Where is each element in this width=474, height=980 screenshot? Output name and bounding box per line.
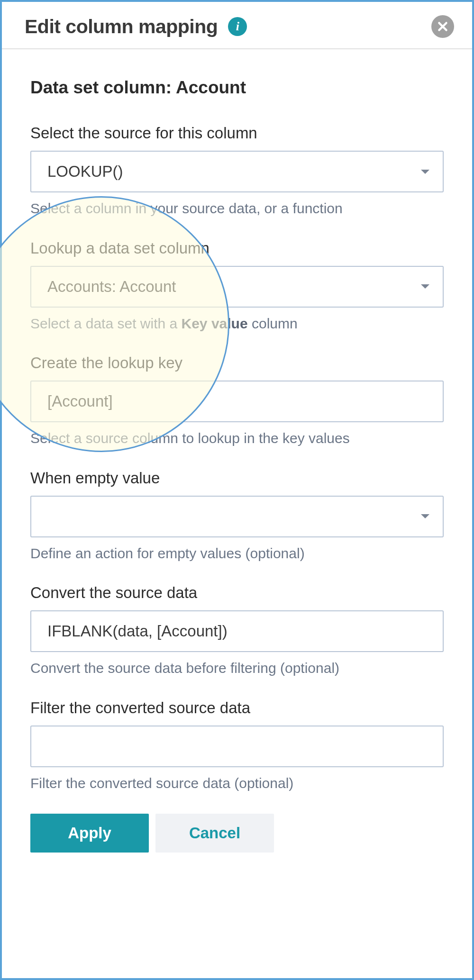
close-icon (437, 20, 449, 33)
lookup-column-helper: Select a data set with a Key value colum… (30, 314, 444, 334)
source-label: Select the source for this column (30, 124, 444, 142)
lookup-column-select-value: Accounts: Account (47, 278, 421, 296)
lookup-key-helper: Select a source column to lookup in the … (30, 429, 444, 448)
field-filter: Filter the converted source data Filter … (30, 699, 444, 793)
convert-helper: Convert the source data before filtering… (30, 659, 444, 678)
cancel-button[interactable]: Cancel (155, 814, 274, 853)
lookup-key-label: Create the lookup key (30, 354, 444, 372)
dialog-title: Edit column mapping (25, 16, 218, 38)
field-convert: Convert the source data IFBLANK(data, [A… (30, 584, 444, 678)
helper-emph: Key value (182, 316, 248, 331)
chevron-down-icon (421, 514, 429, 518)
empty-value-helper: Define an action for empty values (optio… (30, 544, 444, 563)
dialog-header: Edit column mapping i (2, 2, 472, 49)
section-heading: Data set column: Account (30, 78, 444, 98)
field-lookup-key: Create the lookup key [Account] Select a… (30, 354, 444, 448)
close-button[interactable] (431, 15, 454, 38)
helper-post: column (248, 316, 298, 331)
button-row: Apply Cancel (30, 814, 444, 853)
filter-label: Filter the converted source data (30, 699, 444, 717)
lookup-key-input[interactable]: [Account] (30, 381, 444, 422)
source-select[interactable]: LOOKUP() (30, 151, 444, 192)
lookup-key-value: [Account] (47, 392, 429, 410)
field-lookup-column: Lookup a data set column Accounts: Accou… (30, 239, 444, 334)
dialog-body: Data set column: Account Select the sour… (2, 49, 472, 853)
helper-pre: Select a data set with a (30, 316, 182, 331)
edit-column-mapping-dialog: Edit column mapping i Data set column: A… (0, 0, 474, 980)
field-source: Select the source for this column LOOKUP… (30, 124, 444, 218)
convert-value: IFBLANK(data, [Account]) (47, 622, 429, 640)
lookup-column-select[interactable]: Accounts: Account (30, 266, 444, 308)
empty-value-select[interactable] (30, 496, 444, 537)
apply-button[interactable]: Apply (30, 814, 149, 853)
convert-input[interactable]: IFBLANK(data, [Account]) (30, 610, 444, 652)
lookup-column-label: Lookup a data set column (30, 239, 444, 257)
info-icon[interactable]: i (228, 17, 247, 36)
empty-value-label: When empty value (30, 469, 444, 487)
dialog-title-wrap: Edit column mapping i (25, 16, 247, 38)
chevron-down-icon (421, 170, 429, 174)
convert-label: Convert the source data (30, 584, 444, 602)
chevron-down-icon (421, 284, 429, 289)
filter-input[interactable] (30, 726, 444, 767)
source-helper: Select a column in your source data, or … (30, 199, 444, 218)
source-select-value: LOOKUP() (47, 163, 421, 181)
field-empty-value: When empty value Define an action for em… (30, 469, 444, 563)
filter-helper: Filter the converted source data (option… (30, 774, 444, 793)
